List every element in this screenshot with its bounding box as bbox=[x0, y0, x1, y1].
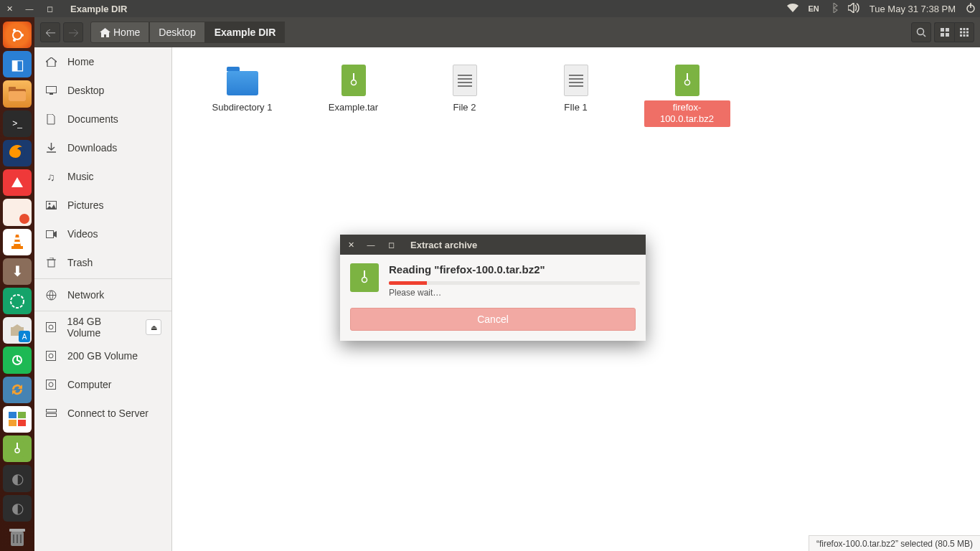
launcher-files[interactable] bbox=[3, 80, 32, 107]
launcher-sync[interactable] bbox=[3, 377, 32, 403]
sidebar-item-music[interactable]: ♫Music bbox=[34, 162, 171, 191]
svg-rect-31 bbox=[946, 28, 949, 32]
file-item-text[interactable]: File 2 bbox=[409, 60, 520, 130]
desktop-icon bbox=[44, 86, 57, 95]
window-maximize-button[interactable]: ◻ bbox=[44, 4, 55, 14]
sidebar-item-documents[interactable]: Documents bbox=[34, 105, 171, 133]
sidebar-item-connect-server[interactable]: Connect to Server bbox=[34, 399, 171, 428]
wifi-icon[interactable] bbox=[787, 4, 798, 14]
svg-rect-7 bbox=[9, 87, 16, 90]
volume-icon[interactable] bbox=[848, 3, 859, 15]
dialog-close-button[interactable]: ✕ bbox=[346, 240, 356, 250]
file-item-text[interactable]: FIle 1 bbox=[520, 60, 631, 130]
view-list-button[interactable] bbox=[934, 22, 954, 42]
nav-back-button[interactable]: 🡠 bbox=[40, 22, 60, 42]
sidebar-item-downloads[interactable]: Downloads bbox=[34, 133, 171, 162]
launcher-notes[interactable] bbox=[3, 199, 32, 225]
launcher-dash[interactable] bbox=[3, 22, 32, 48]
disk-icon bbox=[44, 380, 57, 390]
svg-rect-50 bbox=[46, 323, 55, 332]
bluetooth-icon[interactable] bbox=[829, 3, 838, 15]
breadcrumb-current[interactable]: Example DIR bbox=[205, 22, 286, 43]
launcher-downloads[interactable]: ⬇ bbox=[3, 258, 32, 285]
launcher-terminal[interactable]: >_ bbox=[3, 110, 32, 137]
eject-button[interactable]: ⏏ bbox=[146, 319, 161, 335]
dialog-maximize-button[interactable]: ◻ bbox=[386, 240, 396, 250]
launcher-trash[interactable] bbox=[3, 524, 32, 551]
progress-bar bbox=[389, 281, 640, 285]
sidebar-item-videos[interactable]: Videos bbox=[34, 220, 171, 248]
file-item-archive[interactable]: Example.tar bbox=[298, 60, 409, 130]
launcher-snap[interactable] bbox=[3, 406, 32, 433]
svg-point-4 bbox=[13, 29, 16, 32]
svg-line-29 bbox=[923, 34, 925, 37]
svg-point-61 bbox=[684, 80, 689, 85]
dialog-wait-text: Please wait… bbox=[389, 288, 640, 298]
file-item-folder[interactable]: Subdirectory 1 bbox=[187, 60, 298, 130]
svg-rect-8 bbox=[9, 91, 26, 101]
dialog-titlebar[interactable]: ✕ ― ◻ Extract archive bbox=[340, 235, 646, 255]
system-menubar: ✕ ― ◻ Example DIR EN Tue May 31 7:38 PM bbox=[0, 0, 980, 17]
launcher-firefox[interactable] bbox=[3, 140, 32, 166]
svg-point-51 bbox=[49, 325, 53, 329]
svg-rect-41 bbox=[963, 34, 966, 37]
svg-rect-14 bbox=[11, 327, 24, 336]
launcher-camera[interactable] bbox=[3, 288, 32, 314]
sidebar-item-volume-200[interactable]: 200 GB Volume bbox=[34, 342, 171, 370]
svg-point-46 bbox=[48, 203, 50, 205]
breadcrumb-desktop[interactable]: Desktop bbox=[149, 22, 204, 43]
svg-rect-33 bbox=[946, 33, 949, 37]
trash-icon bbox=[44, 258, 57, 268]
window-close-button[interactable]: ✕ bbox=[4, 4, 14, 14]
launcher-archive[interactable] bbox=[3, 435, 32, 462]
svg-point-3 bbox=[21, 34, 24, 37]
launcher-vivaldi[interactable] bbox=[3, 169, 32, 196]
sidebar-item-desktop[interactable]: Desktop bbox=[34, 76, 171, 105]
breadcrumb-home[interactable]: Home bbox=[90, 22, 149, 43]
unity-launcher: ◧ >_ ⬇ ◐ ◐ bbox=[0, 17, 34, 551]
sidebar-item-volume-184[interactable]: 184 GB Volume⏏ bbox=[34, 313, 171, 342]
svg-rect-52 bbox=[47, 352, 56, 361]
power-icon[interactable] bbox=[966, 3, 976, 15]
view-grid-button[interactable] bbox=[954, 22, 974, 42]
window-minimize-button[interactable]: ― bbox=[24, 4, 34, 13]
sidebar-item-trash[interactable]: Trash bbox=[34, 248, 171, 277]
window-title: Example DIR bbox=[70, 4, 127, 14]
text-icon bbox=[559, 63, 593, 98]
launcher-software[interactable] bbox=[3, 317, 32, 344]
svg-point-28 bbox=[918, 29, 924, 35]
cancel-button[interactable]: Cancel bbox=[350, 308, 636, 331]
sidebar-item-network[interactable]: Network bbox=[34, 281, 171, 309]
sidebar-item-computer[interactable]: Computer bbox=[34, 370, 171, 399]
svg-rect-11 bbox=[15, 237, 19, 240]
search-button[interactable] bbox=[911, 22, 931, 42]
doc-icon bbox=[44, 114, 57, 125]
launcher-spotify[interactable] bbox=[3, 347, 32, 373]
svg-rect-38 bbox=[963, 32, 966, 34]
svg-point-13 bbox=[11, 295, 24, 308]
sidebar-item-home[interactable]: Home bbox=[34, 47, 171, 76]
launcher-vlc[interactable] bbox=[3, 229, 32, 255]
svg-rect-48 bbox=[48, 260, 55, 267]
svg-rect-47 bbox=[46, 230, 53, 237]
svg-rect-39 bbox=[966, 32, 969, 34]
server-icon bbox=[44, 409, 57, 418]
sidebar-item-pictures[interactable]: Pictures bbox=[34, 191, 171, 220]
file-item-archive-selected[interactable]: firefox-100.0.tar.bz2 bbox=[631, 60, 743, 130]
language-indicator[interactable]: EN bbox=[809, 4, 819, 13]
svg-rect-57 bbox=[46, 413, 56, 416]
svg-rect-19 bbox=[18, 420, 26, 426]
svg-rect-30 bbox=[941, 28, 944, 32]
archive-icon bbox=[670, 63, 705, 98]
launcher-app-1[interactable]: ◧ bbox=[3, 51, 32, 77]
nav-forward-button[interactable]: 🡢 bbox=[63, 22, 83, 42]
breadcrumb: Home Desktop Example DIR bbox=[90, 22, 285, 43]
disk-icon bbox=[44, 322, 57, 332]
launcher-app-dark2[interactable]: ◐ bbox=[3, 495, 32, 522]
folder-icon bbox=[225, 63, 260, 98]
launcher-app-dark1[interactable]: ◐ bbox=[3, 465, 32, 491]
clock[interactable]: Tue May 31 7:38 PM bbox=[870, 4, 956, 14]
dialog-minimize-button[interactable]: ― bbox=[366, 240, 376, 249]
svg-rect-25 bbox=[13, 534, 14, 543]
svg-rect-12 bbox=[14, 242, 20, 244]
